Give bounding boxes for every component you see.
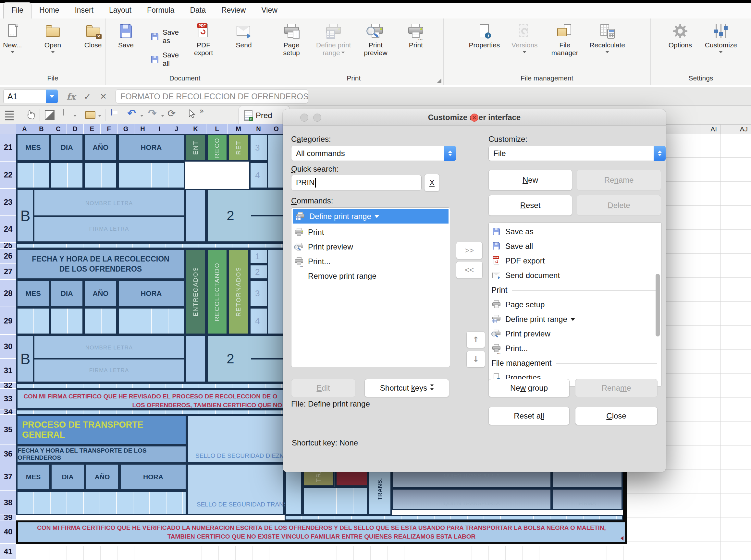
cell-strip[interactable] (16, 409, 284, 415)
document-window-tab[interactable]: Pred (239, 106, 290, 125)
customize-button[interactable]: Customize (705, 24, 737, 55)
cell-certification-1[interactable]: CON MI FIRMA CERTIFICO QUE HE REVISADO E… (16, 389, 284, 409)
item-pdf-export[interactable]: PDF PDF export (489, 254, 661, 268)
more-tools-icon[interactable]: » (199, 106, 204, 116)
cell-n3b[interactable]: 3 (249, 280, 268, 307)
item-send-document[interactable]: Send document (489, 268, 661, 283)
cell-entregados[interactable]: ENTREGADOS (185, 248, 206, 335)
cell-input[interactable] (84, 162, 118, 189)
row-header-23[interactable]: 23 (0, 189, 16, 216)
chevron-down-icon[interactable] (97, 114, 101, 119)
cell-mes-1[interactable]: MES (16, 134, 50, 162)
cell-ano-3[interactable]: AÑO (85, 463, 119, 491)
cell-ano-1[interactable]: AÑO (84, 134, 118, 162)
page-setup-button[interactable]: Page setup (276, 24, 307, 57)
close-button[interactable]: Close (575, 407, 657, 425)
cell-input[interactable] (50, 307, 84, 335)
cell-input[interactable] (16, 307, 50, 335)
cell-retornados-clip[interactable]: RET (228, 134, 249, 162)
remove-command-button[interactable]: << (456, 261, 482, 279)
stepper-icon[interactable] (654, 146, 666, 161)
row-header-38[interactable]: 38 (0, 491, 16, 515)
shortcut-keys-button[interactable]: Shortcut keys (364, 379, 449, 397)
cell-count-2[interactable]: 2 (206, 189, 284, 243)
save-button[interactable]: Save (110, 24, 141, 49)
command-remove-print-range[interactable]: Remove print range (292, 269, 450, 283)
cell-nombre-letra-2[interactable]: NOMBRE LETRA (33, 335, 185, 359)
define-print-range-button[interactable]: Define print range (316, 24, 351, 57)
cell-n1[interactable]: 1 (249, 248, 268, 264)
col-header-L[interactable]: L (206, 124, 228, 134)
cell-dia-2[interactable]: DIA (50, 280, 84, 307)
file-manager-button[interactable]: File manager (549, 24, 580, 57)
cell-n4b[interactable]: 4 (249, 307, 268, 335)
cell-blank[interactable] (268, 248, 284, 335)
cell-mes-2[interactable]: MES (16, 280, 50, 307)
cell-firma-letra-1[interactable]: FIRMA LETRA (33, 217, 185, 243)
print-button[interactable]: ... Print (400, 24, 431, 49)
menu-icon[interactable] (5, 109, 14, 122)
tab-file[interactable]: File (3, 2, 32, 19)
col-header-AJ[interactable]: AJ (720, 124, 751, 134)
col-header-N[interactable]: N (249, 124, 268, 134)
command-print-preview[interactable]: Print preview (292, 239, 450, 254)
row-header-25[interactable]: 25 (0, 243, 16, 248)
col-header-F[interactable]: F (101, 124, 118, 134)
edit-button[interactable]: Edit (291, 379, 355, 397)
col-header-G[interactable]: G (118, 124, 134, 134)
row-header-33[interactable]: 33 (0, 389, 16, 409)
cell-firma-2[interactable]: FIRMA (552, 488, 623, 510)
pdf-export-button[interactable]: PDF PDF export (188, 24, 219, 57)
cell-blank[interactable] (185, 335, 206, 383)
col-header-J[interactable]: J (168, 124, 185, 134)
col-header-M[interactable]: M (228, 124, 249, 134)
col-header-E[interactable]: E (84, 124, 101, 134)
row-header-35[interactable]: 35 (0, 415, 16, 445)
reset-all-button[interactable]: Reset all (489, 407, 570, 425)
cell-sello-transporte[interactable]: SELLO DE SEGURIDAD TRANSPORTE (187, 463, 284, 515)
tab-formula[interactable]: Formula (139, 3, 182, 19)
formula-input[interactable]: FORMATO DE RECOLECCION DE OFRENDEROS (116, 89, 308, 103)
delete-button[interactable]: Delete (577, 195, 661, 216)
row-header-22[interactable]: 22 (0, 162, 16, 189)
options-button[interactable]: Options (665, 24, 696, 49)
save-as-button[interactable]: Save as (151, 28, 179, 45)
row-header-39[interactable]: 39 (0, 515, 16, 520)
row-header-34[interactable]: 34 (0, 409, 16, 415)
col-header-H[interactable]: H (134, 124, 151, 134)
cell-input[interactable] (118, 307, 185, 335)
tab-layout[interactable]: Layout (101, 3, 139, 19)
col-header-O[interactable]: O (268, 124, 284, 134)
cell-recolectando[interactable]: RECOLECTANDO (206, 248, 228, 335)
scrollbar-thumb[interactable] (656, 274, 660, 337)
minimize-window-icon[interactable] (300, 114, 308, 122)
chevron-down-icon[interactable] (160, 114, 164, 119)
tab-review[interactable]: Review (214, 3, 254, 19)
move-down-button[interactable]: ↓ (467, 351, 485, 367)
cell-input[interactable] (16, 491, 187, 515)
cell-retornados[interactable]: RETORNADOS (228, 248, 249, 335)
row-header-28[interactable]: 28 (0, 280, 16, 307)
command-print-dots[interactable]: ... Print... (292, 254, 450, 269)
cell-certification-2[interactable]: CON MI FIRMA CERTIFICO QUE HE VERIFICADO… (16, 520, 627, 544)
print-preview-button[interactable]: Print preview (360, 24, 391, 57)
cell-input[interactable] (84, 307, 118, 335)
item-save-all[interactable]: Save all (489, 239, 661, 254)
tab-home[interactable]: Home (32, 3, 67, 19)
command-print[interactable]: Print (292, 225, 450, 239)
send-button[interactable]: Send (228, 24, 259, 49)
undo-icon[interactable]: ↶ (127, 107, 136, 119)
cell-mes-3[interactable]: MES (16, 463, 50, 491)
cell-count-2b[interactable]: 2 (206, 335, 284, 383)
cell-b-2[interactable]: B (16, 335, 34, 383)
dialog-titlebar[interactable]: ✕ Customize user interface (283, 109, 666, 125)
move-up-button[interactable]: ↑ (467, 331, 485, 348)
row-header-29[interactable]: 29 (0, 307, 16, 335)
new-document-icon[interactable] (63, 109, 64, 116)
row-header-32[interactable]: 32 (0, 383, 16, 389)
item-page-setup[interactable]: Page setup (489, 297, 661, 312)
cell-strip[interactable] (284, 515, 623, 520)
reset-button[interactable]: Reset (489, 195, 572, 216)
cell-hora-1[interactable]: HORA (118, 134, 185, 162)
cell-ano-2[interactable]: AÑO (84, 280, 118, 307)
